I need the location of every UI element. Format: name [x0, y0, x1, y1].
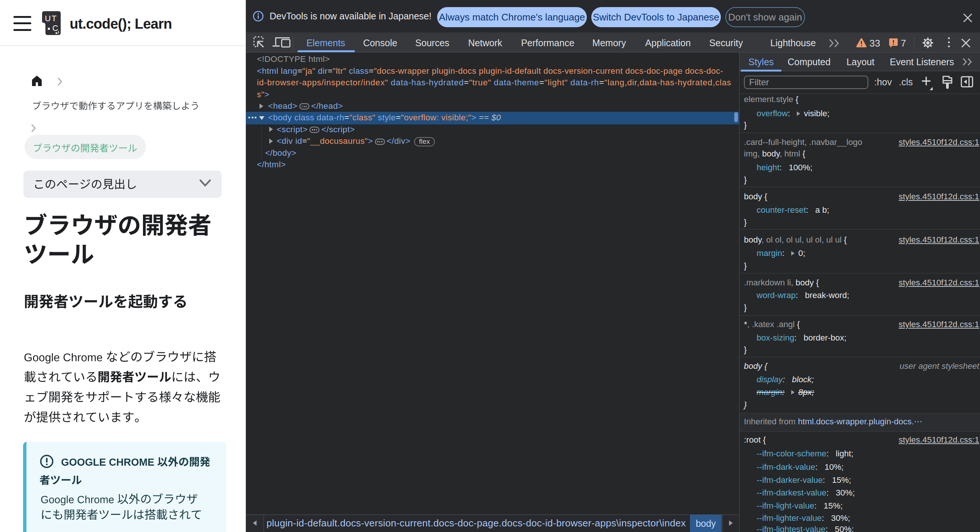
svg-text:C: C	[52, 24, 59, 33]
svg-text:U: U	[45, 14, 51, 23]
svg-text:T: T	[52, 14, 57, 23]
